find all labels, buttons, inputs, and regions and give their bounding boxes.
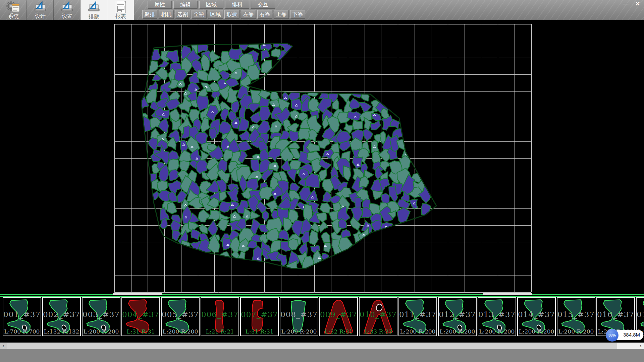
strip-separator-line bbox=[0, 294, 644, 295]
part-id-label: 016_#37 bbox=[597, 310, 634, 319]
part-lr-label: L:33 R:33 bbox=[360, 328, 397, 335]
part-id-label: 004_#37 bbox=[122, 310, 159, 319]
progress-circle: 38% bbox=[606, 329, 619, 342]
part-lr-label: L:200 R:200 bbox=[478, 328, 516, 335]
system-gear-icon bbox=[5, 1, 22, 13]
memory-badge: 384.8M 38% bbox=[606, 329, 643, 342]
main-button-label: 设置 bbox=[62, 13, 72, 19]
part-lr-label: L:31 R:31 bbox=[122, 328, 159, 335]
part-lr-label: L:200 R:200 bbox=[83, 328, 120, 335]
menu-tab-0[interactable]: 属性 bbox=[148, 1, 172, 9]
scroll-left-arrow[interactable]: ‹ bbox=[0, 343, 7, 349]
settings-ruler-icon bbox=[58, 1, 76, 13]
tool-button-9[interactable]: 下靠 bbox=[290, 10, 305, 19]
memory-value: 384.8M bbox=[623, 332, 640, 338]
status-bar bbox=[0, 349, 644, 362]
part-lr-label: L:32 R:31 bbox=[320, 328, 357, 335]
tool-button-3[interactable]: 全割 bbox=[192, 10, 207, 19]
part-lr-label: L:200 R:200 bbox=[162, 328, 199, 335]
tool-button-6[interactable]: 左靠 bbox=[241, 10, 256, 19]
part-thumbnail-12[interactable]: 013_#37L:200 R:200 bbox=[478, 297, 516, 336]
main-button-label: 排版 bbox=[89, 13, 99, 19]
part-id-label: 009_#37 bbox=[320, 310, 357, 319]
part-lr-label: L:200 R:200 bbox=[557, 328, 595, 335]
part-lr-label: L:200 R:200 bbox=[399, 328, 436, 335]
main-button-3[interactable]: 排版 bbox=[80, 0, 107, 20]
main-button-label: 系统 bbox=[8, 13, 19, 19]
part-thumbnail-6[interactable]: 007_#37L:31 R:31 bbox=[240, 297, 279, 336]
part-id-label: 017_#37 bbox=[637, 310, 644, 319]
part-thumbnail-3[interactable]: 004_#37L:31 R:31 bbox=[121, 297, 160, 336]
part-thumbnail-8[interactable]: 009_#37L:32 R:31 bbox=[319, 297, 358, 336]
part-id-label: 013_#37 bbox=[478, 310, 516, 319]
part-id-label: 007_#37 bbox=[241, 310, 278, 319]
tool-button-4[interactable]: 区域 bbox=[208, 10, 223, 19]
main-button-label: 报表 bbox=[115, 13, 126, 19]
part-lr-label: L:31 R:31 bbox=[241, 328, 278, 335]
part-thumbnail-2[interactable]: 003_#37L:200 R:200 bbox=[82, 297, 120, 336]
parts-strip: 001_#37L:700 R:700002_#37L:132 R:132003_… bbox=[0, 297, 644, 337]
part-lr-label: L:200 R:200 bbox=[518, 328, 555, 335]
main-button-0[interactable]: 系统 bbox=[0, 0, 27, 20]
canvas-scroll-segment-left bbox=[113, 293, 162, 295]
main-button-1[interactable]: 设计 bbox=[27, 0, 54, 20]
part-id-label: 002_#37 bbox=[43, 310, 80, 319]
part-id-label: 014_#37 bbox=[518, 310, 555, 319]
part-thumbnail-4[interactable]: 005_#37L:200 R:200 bbox=[161, 297, 200, 336]
part-id-label: 011_#37 bbox=[399, 310, 436, 319]
part-id-label: 005_#37 bbox=[162, 310, 199, 319]
part-thumbnail-5[interactable]: 006_#37L:21 R:21 bbox=[201, 297, 239, 336]
report-doc-icon bbox=[112, 1, 129, 13]
part-thumbnail-14[interactable]: 015_#37L:200 R:200 bbox=[557, 297, 595, 336]
main-button-4[interactable]: 报表 bbox=[107, 0, 134, 20]
main-button-label: 设计 bbox=[35, 13, 46, 19]
part-thumbnail-10[interactable]: 011_#37L:200 R:200 bbox=[398, 297, 437, 336]
menu-tab-row: 属性编辑区域排料交互 bbox=[148, 1, 275, 9]
main-button-2[interactable]: 设置 bbox=[54, 0, 80, 20]
part-thumbnail-0[interactable]: 001_#37L:700 R:700 bbox=[3, 297, 41, 336]
part-id-label: 015_#37 bbox=[557, 310, 595, 319]
part-lr-label: L:700 R:700 bbox=[3, 328, 41, 335]
part-id-label: 010_#37 bbox=[360, 310, 397, 319]
part-id-label: 003_#37 bbox=[83, 310, 120, 319]
part-lr-label: L:200 R:200 bbox=[280, 328, 318, 335]
tool-button-2[interactable]: 选割 bbox=[175, 10, 190, 19]
part-thumbnail-13[interactable]: 014_#37L:200 R:200 bbox=[517, 297, 556, 336]
strip-separator-line-thin bbox=[0, 296, 644, 297]
part-thumbnail-11[interactable]: 012_#37L:200 R:200 bbox=[438, 297, 477, 336]
menu-tab-1[interactable]: 编辑 bbox=[173, 1, 198, 9]
tool-button-5[interactable]: 瑕疵 bbox=[224, 10, 239, 19]
part-lr-label: L:21 R:21 bbox=[201, 328, 238, 335]
part-thumbnail-7[interactable]: 008_#37L:200 R:200 bbox=[280, 297, 318, 336]
menu-tab-2[interactable]: 区域 bbox=[199, 1, 223, 9]
nesting-viewport-canvas[interactable] bbox=[0, 20, 644, 294]
tool-button-7[interactable]: 右靠 bbox=[257, 10, 272, 19]
part-thumbnail-9[interactable]: 010_#37L:33 R:33 bbox=[359, 297, 397, 336]
design-ruler-icon bbox=[32, 1, 49, 13]
part-id-label: 012_#37 bbox=[439, 310, 476, 319]
tool-button-1[interactable]: 相机 bbox=[159, 10, 174, 19]
part-thumbnail-1[interactable]: 002_#37L:132 R:132 bbox=[42, 297, 81, 336]
tool-button-row: 聚排相机选割全割区域瑕疵左靠右靠上靠下靠 bbox=[142, 10, 305, 19]
close-button[interactable]: ✕ bbox=[633, 1, 642, 7]
horizontal-scrollbar[interactable]: ‹ › bbox=[0, 343, 644, 349]
canvas-scroll-segment-right bbox=[483, 293, 532, 295]
progress-percent: 38% bbox=[608, 333, 616, 337]
scroll-right-arrow[interactable]: › bbox=[637, 343, 644, 349]
toolbar: 系统设计设置排版报表 属性编辑区域排料交互 聚排相机选割全割区域瑕疵左靠右靠上靠… bbox=[0, 0, 644, 20]
minimize-button[interactable]: — bbox=[621, 1, 630, 7]
part-id-label: 006_#37 bbox=[201, 310, 238, 319]
nesting-ruler-icon bbox=[85, 1, 103, 13]
menu-tab-4[interactable]: 交互 bbox=[251, 1, 275, 9]
part-id-label: 001_#37 bbox=[3, 310, 41, 319]
part-lr-label: L:200 R:200 bbox=[439, 328, 476, 335]
tool-button-0[interactable]: 聚排 bbox=[142, 10, 157, 19]
window-controls: — ✕ bbox=[621, 1, 642, 7]
menu-tab-3[interactable]: 排料 bbox=[225, 1, 249, 9]
part-id-label: 008_#37 bbox=[280, 310, 318, 319]
part-lr-label: L:132 R:132 bbox=[43, 328, 80, 335]
main-toolbar-buttons: 系统设计设置排版报表 bbox=[0, 0, 134, 20]
tool-button-8[interactable]: 上靠 bbox=[274, 10, 289, 19]
